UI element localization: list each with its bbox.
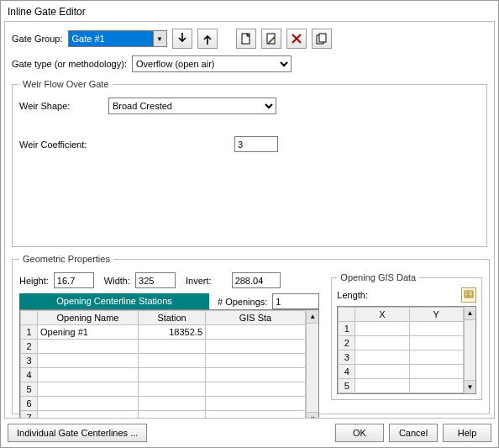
cell-opening-name[interactable] bbox=[38, 368, 139, 382]
table-row[interactable]: 1 bbox=[339, 322, 463, 336]
row-header: 6 bbox=[21, 397, 38, 411]
col-gis-sta[interactable]: GIS Sta bbox=[206, 311, 306, 325]
inline-gate-editor-window: Inline Gate Editor Gate Group: Gate #1 ▼ bbox=[0, 0, 499, 448]
table-row[interactable]: 7 bbox=[21, 411, 306, 419]
table-row[interactable]: 1Opening #118352.5 bbox=[21, 325, 306, 340]
chevron-down-icon[interactable]: ▼ bbox=[153, 31, 166, 46]
cell-gis-sta[interactable] bbox=[206, 354, 306, 368]
cell-gis-sta[interactable] bbox=[206, 368, 306, 382]
individual-centerlines-button[interactable]: Individual Gate Centerlines ... bbox=[8, 424, 147, 442]
opening-gis-group: Opening GIS Data Length: bbox=[331, 272, 482, 400]
table-row[interactable]: 6 bbox=[21, 397, 306, 411]
gate-group-row: Gate Group: Gate #1 ▼ bbox=[12, 29, 487, 49]
copy-button[interactable] bbox=[312, 29, 332, 49]
scroll-down-icon[interactable]: ▼ bbox=[307, 412, 318, 419]
cancel-button[interactable]: Cancel bbox=[389, 424, 438, 442]
cell-x[interactable] bbox=[355, 350, 409, 365]
cell-gis-sta[interactable] bbox=[206, 397, 306, 411]
geometric-properties-legend: Geometric Properties bbox=[19, 254, 113, 264]
cell-station[interactable] bbox=[139, 340, 206, 354]
invert-input[interactable] bbox=[232, 272, 281, 288]
opening-centerline-header: Opening Centerline Stations bbox=[19, 293, 209, 309]
cell-y[interactable] bbox=[409, 322, 463, 336]
width-label: Width: bbox=[104, 276, 130, 286]
geom-dims-row: Height: Width: Invert: bbox=[19, 272, 319, 288]
cell-gis-sta[interactable] bbox=[206, 382, 306, 397]
cell-gis-sta[interactable] bbox=[206, 340, 306, 354]
delete-button[interactable] bbox=[286, 29, 307, 49]
cell-opening-name[interactable] bbox=[38, 382, 139, 397]
openings-count-input[interactable] bbox=[272, 293, 319, 309]
openings-corner bbox=[21, 311, 38, 325]
cell-station[interactable]: 18352.5 bbox=[139, 325, 206, 340]
col-opening-name[interactable]: Opening Name bbox=[38, 311, 139, 325]
openings-table[interactable]: Opening Name Station GIS Sta 1Opening #1… bbox=[20, 310, 306, 419]
cell-x[interactable] bbox=[355, 322, 409, 336]
cell-gis-sta[interactable] bbox=[206, 411, 306, 419]
cell-gis-sta[interactable] bbox=[206, 325, 306, 340]
help-button[interactable]: Help bbox=[443, 424, 491, 442]
col-station[interactable]: Station bbox=[139, 311, 206, 325]
table-row[interactable]: 3 bbox=[339, 350, 463, 365]
rename-button[interactable] bbox=[261, 29, 281, 49]
cell-station[interactable] bbox=[139, 397, 206, 411]
cell-opening-name[interactable] bbox=[38, 397, 139, 411]
opening-gis-legend: Opening GIS Data bbox=[337, 272, 419, 282]
cell-opening-name[interactable]: Opening #1 bbox=[38, 325, 139, 340]
row-header: 5 bbox=[339, 379, 355, 393]
gate-group-label: Gate Group: bbox=[12, 34, 63, 44]
move-up-button[interactable] bbox=[197, 29, 218, 49]
geometric-properties-group: Geometric Properties Height: Width: Inve… bbox=[12, 254, 490, 414]
scroll-up-icon[interactable]: ▲ bbox=[465, 307, 476, 320]
openings-grid[interactable]: Opening Name Station GIS Sta 1Opening #1… bbox=[19, 309, 319, 419]
cell-opening-name[interactable] bbox=[38, 411, 139, 419]
row-header: 4 bbox=[21, 368, 38, 382]
table-row[interactable]: 2 bbox=[339, 336, 463, 350]
cell-station[interactable] bbox=[139, 382, 206, 397]
cell-x[interactable] bbox=[355, 365, 409, 379]
centerline-header-row: Opening Centerline Stations # Openings: bbox=[19, 293, 319, 309]
cell-station[interactable] bbox=[139, 411, 206, 419]
svg-rect-3 bbox=[319, 34, 326, 42]
cell-y[interactable] bbox=[409, 365, 463, 379]
ok-button[interactable]: OK bbox=[335, 424, 384, 442]
gis-grid[interactable]: X Y 12345 ▲ ▼ bbox=[337, 306, 476, 394]
row-header: 3 bbox=[339, 350, 355, 365]
cell-y[interactable] bbox=[409, 336, 463, 350]
cell-station[interactable] bbox=[139, 368, 206, 382]
gis-tool-button[interactable] bbox=[461, 287, 476, 303]
scroll-up-icon[interactable]: ▲ bbox=[307, 310, 318, 324]
delete-icon bbox=[291, 33, 302, 45]
gis-scrollbar[interactable]: ▲ ▼ bbox=[464, 307, 476, 393]
dialog-content: Gate Group: Gate #1 ▼ bbox=[4, 21, 495, 419]
openings-scrollbar[interactable]: ▲ ▼ bbox=[306, 310, 318, 419]
weir-shape-select[interactable]: Broad Crested bbox=[108, 98, 276, 114]
col-x[interactable]: X bbox=[355, 308, 409, 322]
weir-coeff-row: Weir Coefficient: bbox=[19, 136, 480, 152]
cell-opening-name[interactable] bbox=[38, 354, 139, 368]
height-input[interactable] bbox=[54, 272, 94, 288]
table-row[interactable]: 4 bbox=[21, 368, 306, 382]
cell-station[interactable] bbox=[139, 354, 206, 368]
move-down-button[interactable] bbox=[172, 29, 192, 49]
table-row[interactable]: 3 bbox=[21, 354, 306, 368]
cell-opening-name[interactable] bbox=[38, 340, 139, 354]
cell-x[interactable] bbox=[355, 336, 409, 350]
table-row[interactable]: 5 bbox=[21, 382, 306, 397]
scroll-down-icon[interactable]: ▼ bbox=[465, 380, 476, 393]
table-row[interactable]: 5 bbox=[339, 379, 463, 393]
width-input[interactable] bbox=[135, 272, 176, 288]
weir-coeff-input[interactable] bbox=[234, 136, 278, 152]
gate-type-select[interactable]: Overflow (open air) bbox=[132, 55, 292, 72]
new-button[interactable] bbox=[236, 29, 256, 49]
cell-y[interactable] bbox=[409, 379, 463, 393]
row-header: 7 bbox=[21, 411, 38, 419]
table-row[interactable]: 4 bbox=[339, 365, 463, 379]
gis-table[interactable]: X Y 12345 bbox=[338, 307, 463, 393]
cell-x[interactable] bbox=[355, 379, 409, 393]
col-y[interactable]: Y bbox=[409, 308, 463, 322]
gate-group-combo[interactable]: Gate #1 ▼ bbox=[68, 30, 167, 47]
row-header: 2 bbox=[339, 336, 355, 350]
table-row[interactable]: 2 bbox=[21, 340, 306, 354]
cell-y[interactable] bbox=[409, 350, 463, 365]
